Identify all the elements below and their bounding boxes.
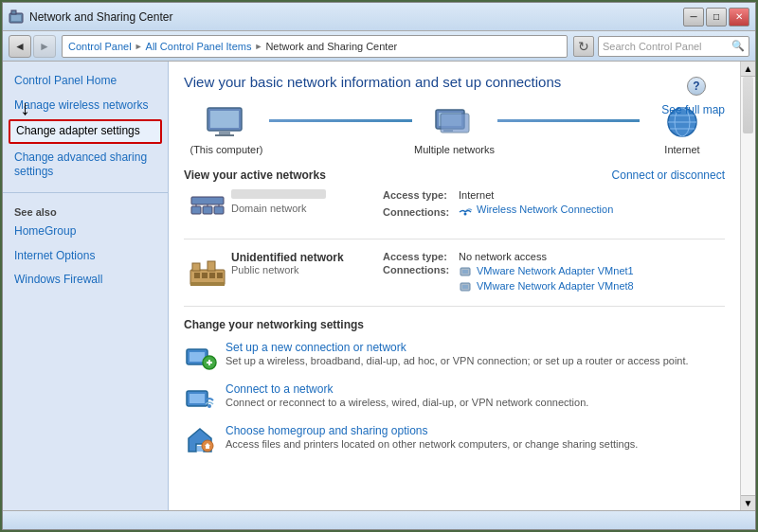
- unidentified-network-category: Public network: [231, 264, 383, 275]
- domain-network-blurred: [231, 189, 326, 199]
- svg-rect-27: [209, 273, 215, 278]
- svg-rect-10: [441, 114, 469, 133]
- unidentified-access-value: No network access: [459, 251, 547, 262]
- svg-rect-37: [190, 352, 205, 362]
- connections-label-2: Connections:: [383, 264, 459, 275]
- svg-point-43: [208, 404, 211, 408]
- sidebar: Control Panel Home Manage wireless netwo…: [3, 62, 169, 510]
- sidebar-item-change-sharing[interactable]: Change advanced sharing settings: [3, 146, 168, 185]
- connect-or-disconnect-link[interactable]: Connect or disconnect: [612, 168, 725, 182]
- internet-label: Internet: [664, 144, 699, 155]
- back-button[interactable]: ◄: [9, 35, 31, 58]
- net-line-1: [269, 119, 412, 122]
- unidentified-network-row: Unidentified network Public network Acce…: [184, 251, 725, 307]
- network-diagram: (This computer) Multiple networks: [184, 103, 725, 155]
- svg-rect-33: [462, 270, 468, 274]
- breadcrumb-current: Network and Sharing Center: [265, 41, 397, 52]
- connections-label-1: Connections:: [383, 206, 459, 218]
- status-bar: [3, 510, 755, 529]
- refresh-button[interactable]: ↻: [573, 36, 594, 57]
- content-title: View your basic network information and …: [184, 73, 725, 92]
- scrollbar[interactable]: ▲ ▼: [740, 62, 755, 510]
- sidebar-item-windows-firewall[interactable]: Windows Firewall: [3, 268, 168, 293]
- svg-rect-28: [217, 273, 223, 278]
- domain-network-info: Access type: Internet Connections:: [383, 189, 725, 220]
- svg-rect-29: [190, 282, 225, 286]
- window-title: Network and Sharing Center: [29, 10, 172, 24]
- search-icon[interactable]: 🔍: [731, 40, 745, 52]
- svg-rect-4: [210, 111, 239, 128]
- domain-network-category: Domain network: [231, 203, 383, 214]
- change-networking-section: Change your networking settings Set up a…: [184, 318, 725, 456]
- svg-rect-18: [203, 206, 212, 214]
- sidebar-separator: [3, 192, 168, 193]
- maximize-button[interactable]: □: [706, 8, 727, 27]
- sidebar-item-internet-options[interactable]: Internet Options: [3, 244, 168, 269]
- svg-rect-30: [192, 263, 200, 271]
- svg-rect-6: [215, 134, 234, 136]
- unidentified-network-icon: [184, 251, 231, 289]
- breadcrumb-all-items[interactable]: All Control Panel Items: [146, 41, 252, 52]
- svg-rect-1: [11, 15, 21, 21]
- breadcrumb-control-panel[interactable]: Control Panel: [68, 41, 132, 52]
- title-bar: Network and Sharing Center ─ □ ✕: [3, 3, 755, 31]
- sidebar-item-control-panel-home[interactable]: Control Panel Home: [3, 69, 168, 94]
- vmware1-link[interactable]: VMware Network Adapter VMnet1: [459, 264, 634, 277]
- sidebar-item-change-adapter[interactable]: ↓ Change adapter settings: [9, 119, 162, 144]
- sidebar-item-homegroup[interactable]: HomeGroup: [3, 220, 168, 244]
- forward-button[interactable]: ►: [33, 35, 56, 58]
- access-type-label-2: Access type:: [383, 251, 459, 262]
- arrow-annotation: ↓: [20, 95, 30, 122]
- svg-rect-42: [190, 394, 205, 403]
- scrollbar-up[interactable]: ▲: [741, 62, 755, 77]
- svg-rect-2: [11, 10, 16, 14]
- svg-rect-35: [462, 285, 468, 289]
- setup-connection-icon: [184, 341, 216, 373]
- connect-to-network-icon: [184, 382, 216, 415]
- homegroup-item: Choose homegroup and sharing options Acc…: [184, 424, 725, 456]
- domain-name-area: Domain network: [231, 189, 383, 214]
- scrollbar-track[interactable]: [741, 77, 755, 495]
- vmware8-link[interactable]: VMware Network Adapter VMnet8: [459, 279, 634, 293]
- active-networks-header: View your active networks Connect or dis…: [184, 168, 725, 182]
- connect-to-network-desc: Connect or reconnect to a wireless, wire…: [226, 396, 588, 409]
- unidentified-network-info: Access type: No network access Connectio…: [383, 251, 725, 294]
- minimize-button[interactable]: ─: [683, 8, 704, 27]
- this-computer-node: (This computer): [184, 103, 269, 155]
- setup-connection-link[interactable]: Set up a new connection or network: [226, 341, 689, 354]
- unidentified-network-name: Unidentified network: [231, 251, 383, 264]
- active-networks-title: View your active networks: [184, 168, 326, 182]
- domain-network-icon: [184, 189, 231, 227]
- breadcrumb[interactable]: Control Panel ► All Control Panel Items …: [62, 35, 568, 58]
- svg-point-23: [464, 212, 467, 215]
- svg-rect-16: [191, 197, 224, 204]
- homegroup-icon: [184, 424, 216, 456]
- domain-network-row: Domain network Access type: Internet Con…: [184, 189, 725, 239]
- svg-rect-25: [194, 273, 200, 278]
- connect-to-network-item: Connect to a network Connect or reconnec…: [184, 382, 725, 415]
- homegroup-options-desc: Access files and printers located on oth…: [226, 437, 638, 451]
- svg-rect-5: [219, 131, 230, 134]
- see-full-map-link[interactable]: See full map: [661, 103, 725, 116]
- setup-connection-item: Set up a new connection or network Set u…: [184, 341, 725, 373]
- access-type-label-1: Access type:: [383, 189, 459, 201]
- help-button[interactable]: ?: [687, 77, 706, 96]
- close-button[interactable]: ✕: [729, 8, 749, 27]
- scrollbar-down[interactable]: ▼: [741, 495, 755, 510]
- connect-to-network-link[interactable]: Connect to a network: [226, 382, 588, 396]
- search-box[interactable]: Search Control Panel 🔍: [598, 36, 749, 57]
- address-bar: ◄ ► Control Panel ► All Control Panel It…: [3, 31, 755, 62]
- see-also-title: See also: [3, 201, 168, 220]
- homegroup-options-link[interactable]: Choose homegroup and sharing options: [226, 424, 638, 437]
- scrollbar-thumb[interactable]: [743, 77, 753, 133]
- content-panel: ? View your basic network information an…: [169, 62, 740, 510]
- multiple-networks-label: Multiple networks: [414, 144, 495, 155]
- wireless-connection-link[interactable]: Wireless Network Connection: [459, 203, 613, 216]
- net-line-2: [497, 119, 641, 122]
- svg-rect-17: [191, 206, 201, 214]
- this-computer-label: (This computer): [190, 144, 262, 155]
- setup-connection-desc: Set up a wireless, broadband, dial-up, a…: [226, 354, 689, 367]
- unidentified-name-area: Unidentified network Public network: [231, 251, 383, 275]
- svg-rect-31: [208, 261, 215, 271]
- multiple-networks-node: Multiple networks: [412, 103, 497, 155]
